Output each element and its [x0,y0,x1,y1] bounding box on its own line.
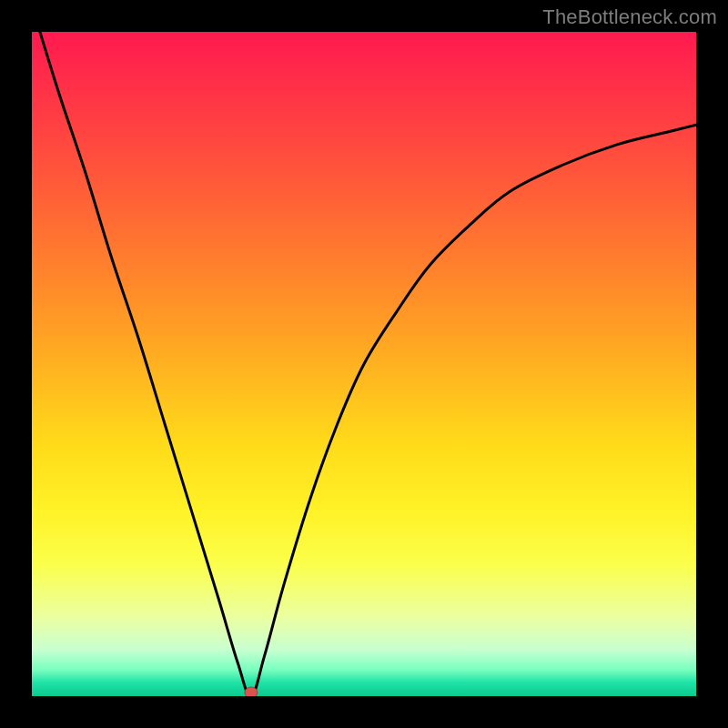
chart-frame: TheBottleneck.com [0,0,728,728]
plot-area [32,32,696,696]
watermark-text: TheBottleneck.com [542,5,717,29]
curve-svg [32,32,696,696]
bottleneck-curve [32,32,696,696]
curve-minimum-marker [245,687,258,696]
